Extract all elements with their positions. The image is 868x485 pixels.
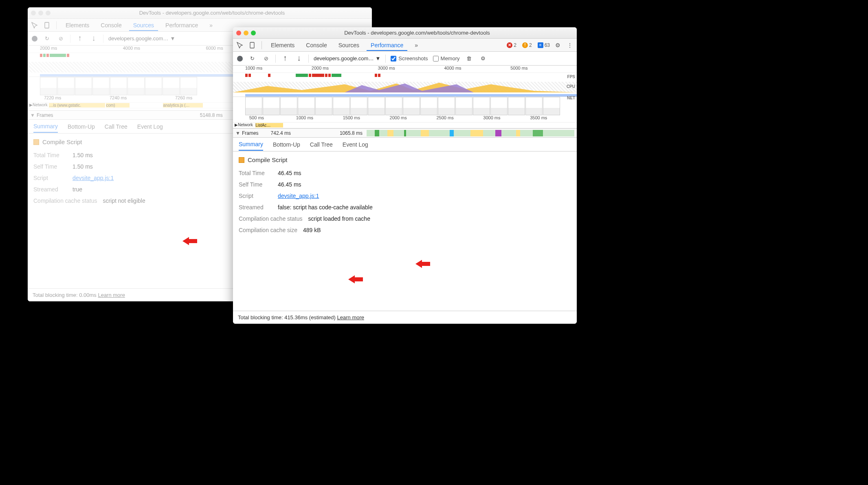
download-icon[interactable]: ⭣: [294, 54, 303, 63]
screenshots-checkbox[interactable]: Screenshots: [391, 55, 428, 61]
record-icon[interactable]: [237, 56, 243, 61]
tab-console[interactable]: Console: [97, 20, 125, 31]
event-title: Compile Script: [239, 156, 571, 163]
trash-icon[interactable]: 🗑: [465, 54, 474, 63]
chevron-down-icon: ▼: [170, 35, 175, 42]
minimize-icon[interactable]: [244, 31, 248, 35]
summary-panel: Compile Script Total Time46.45 ms Self T…: [233, 151, 577, 311]
tab-more[interactable]: »: [205, 20, 217, 31]
url-label: developers.google.com…: [314, 55, 374, 61]
event-swatch-icon: [239, 157, 244, 163]
devtools-window-front: DevTools - developers.google.com/web/too…: [233, 27, 577, 324]
inspect-icon[interactable]: [235, 41, 244, 50]
tab-console[interactable]: Console: [302, 40, 331, 51]
callout-arrow-icon: [415, 259, 430, 269]
url-label: developers.google.com…: [108, 35, 168, 42]
tab-bottomup[interactable]: Bottom-Up: [68, 121, 95, 132]
traffic-lights: [31, 11, 51, 15]
event-swatch-icon: [33, 139, 39, 145]
tab-sources[interactable]: Sources: [334, 40, 363, 51]
tab-calltree[interactable]: Call Tree: [105, 121, 127, 132]
upload-icon[interactable]: ⭡: [75, 34, 84, 43]
svg-marker-4: [348, 275, 363, 283]
tab-more[interactable]: »: [411, 40, 422, 51]
cpu-label: CPU: [567, 84, 575, 89]
screenshots-strip: [233, 97, 577, 115]
learn-more-link[interactable]: Learn more: [337, 314, 364, 320]
message-badge[interactable]: ≡63: [538, 42, 550, 48]
frames-row[interactable]: ▼ Frames 742.4 ms 1065.8 ms: [233, 129, 577, 138]
zoom-icon[interactable]: [251, 31, 256, 35]
frames-label: Frames: [37, 112, 53, 118]
close-icon[interactable]: [236, 31, 241, 35]
url-dropdown[interactable]: developers.google.com… ▼: [108, 35, 175, 42]
tab-summary[interactable]: Summary: [239, 138, 263, 151]
network-label: Network: [33, 103, 48, 108]
overview-ruler: 1000 ms 2000 ms 3000 ms 4000 ms 5000 ms: [233, 66, 577, 73]
window-title: DevTools - developers.google.com/web/too…: [55, 10, 369, 16]
net-label: NET: [567, 96, 575, 100]
tab-eventlog[interactable]: Event Log: [137, 121, 163, 132]
detail-tabs: Summary Bottom-Up Call Tree Event Log: [233, 138, 577, 151]
reload-icon[interactable]: ↻: [42, 34, 51, 43]
cpu-strip: [233, 82, 577, 92]
net-strip: [245, 92, 577, 97]
tab-bottomup[interactable]: Bottom-Up: [273, 139, 300, 150]
upload-icon[interactable]: ⭡: [281, 54, 290, 63]
frames-label: Frames: [242, 130, 259, 136]
main-tabbar: Elements Console Sources Performance » ✕…: [233, 39, 577, 52]
tab-performance[interactable]: Performance: [367, 40, 407, 51]
close-icon[interactable]: [31, 11, 36, 15]
tab-summary[interactable]: Summary: [33, 121, 58, 133]
download-icon[interactable]: ⭣: [89, 34, 98, 43]
window-title: DevTools - developers.google.com/web/too…: [261, 30, 574, 36]
tab-performance[interactable]: Performance: [161, 20, 202, 31]
svg-marker-2: [182, 237, 197, 245]
kebab-icon[interactable]: ⋮: [565, 41, 574, 50]
clear-icon[interactable]: ⊘: [56, 34, 65, 43]
tab-eventlog[interactable]: Event Log: [343, 139, 368, 150]
callout-arrow-icon: [182, 236, 197, 246]
chevron-down-icon: ▼: [375, 55, 380, 61]
fps-strip: [233, 73, 577, 82]
record-icon[interactable]: [32, 36, 37, 42]
frames-bars: [367, 130, 574, 136]
script-link[interactable]: devsite_app.js:1: [73, 175, 114, 181]
inspect-icon[interactable]: [30, 21, 39, 30]
frame-time-2: 1065.8 ms: [340, 130, 363, 136]
device-icon[interactable]: [42, 21, 51, 30]
memory-checkbox[interactable]: Memory: [433, 55, 460, 61]
traffic-lights: [236, 31, 256, 35]
url-dropdown[interactable]: developers.google.com… ▼: [314, 55, 380, 61]
warning-badge[interactable]: 2: [522, 42, 532, 48]
detail-ruler: 500 ms 1000 ms 1500 ms 2000 ms 2500 ms 3…: [233, 115, 577, 123]
titlebar: DevTools - developers.google.com/web/too…: [233, 27, 577, 39]
reload-icon[interactable]: ↻: [248, 54, 257, 63]
clear-icon[interactable]: ⊘: [261, 54, 270, 63]
fps-label: FPS: [567, 75, 575, 79]
network-label: Network: [238, 123, 253, 128]
gear-icon[interactable]: ⚙: [479, 54, 488, 63]
svg-marker-3: [415, 260, 430, 268]
svg-rect-1: [250, 42, 254, 48]
error-badge[interactable]: ✕2: [507, 42, 516, 48]
svg-rect-0: [45, 22, 49, 28]
script-link[interactable]: devsite_app.js:1: [278, 193, 319, 199]
gear-icon[interactable]: ⚙: [553, 41, 562, 50]
overview[interactable]: 1000 ms 2000 ms 3000 ms 4000 ms 5000 ms …: [233, 66, 577, 129]
perf-toolbar: ↻ ⊘ ⭡ ⭣ developers.google.com… ▼ Screens…: [233, 52, 577, 66]
tab-elements[interactable]: Elements: [62, 20, 93, 31]
zoom-icon[interactable]: [46, 11, 51, 15]
minimize-icon[interactable]: [38, 11, 43, 15]
frame-time-1: 742.4 ms: [271, 130, 291, 136]
network-lane[interactable]: ▶ Network ListAc…: [233, 123, 577, 128]
tab-calltree[interactable]: Call Tree: [310, 139, 333, 150]
tab-elements[interactable]: Elements: [267, 40, 299, 51]
learn-more-link[interactable]: Learn more: [98, 292, 125, 298]
callout-arrow-icon: [348, 274, 363, 284]
device-icon[interactable]: [248, 41, 257, 50]
tab-sources[interactable]: Sources: [129, 20, 158, 31]
footer: Total blocking time: 415.36ms (estimated…: [233, 311, 577, 324]
titlebar: DevTools - developers.google.com/web/too…: [28, 7, 372, 19]
